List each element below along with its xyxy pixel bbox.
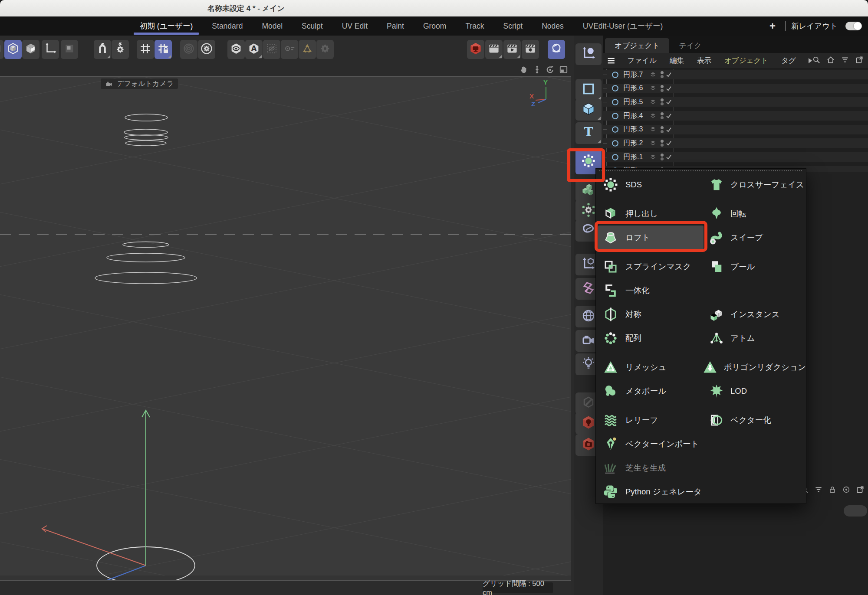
editor-visibility-dot[interactable] — [661, 126, 664, 129]
rotate-orbit-icon[interactable] — [545, 65, 556, 75]
enable-check-icon[interactable] — [665, 126, 672, 133]
quantize-grid-lock-button[interactable] — [155, 40, 172, 59]
enable-check-icon[interactable] — [665, 112, 672, 119]
menu-item-lathe[interactable]: 回転 — [709, 202, 806, 226]
filter-icon[interactable] — [841, 56, 849, 66]
menu-item-symmetry[interactable]: 対称 — [598, 302, 704, 326]
viewport-3d[interactable]: デフォルトカメラ Y X Z — [0, 76, 571, 580]
editor-visibility-dot[interactable] — [661, 98, 664, 101]
layout-tab-track[interactable]: Track — [456, 16, 493, 36]
render-clapper-button[interactable] — [485, 40, 503, 59]
visibility-dots[interactable] — [661, 98, 664, 105]
enable-check-icon[interactable] — [665, 98, 672, 105]
gear-plain-button[interactable] — [316, 40, 334, 59]
menu-item-metaball[interactable]: メタボール — [598, 379, 704, 403]
motext-t-palette-button[interactable]: T — [575, 122, 602, 144]
layout-tab-groom[interactable]: Groom — [414, 16, 456, 36]
object-row-円形.1[interactable]: 円形.1 — [603, 152, 868, 162]
modeling-settings-gear-button[interactable] — [198, 40, 215, 59]
editor-visibility-dot[interactable] — [661, 112, 664, 115]
menu-item-python[interactable]: Python ジェネレータ — [598, 480, 704, 503]
visibility-dots[interactable] — [661, 71, 664, 78]
render-visibility-dot[interactable] — [661, 102, 664, 105]
layers-stack-icon[interactable] — [649, 154, 657, 161]
layout-lock-toggle[interactable] — [845, 22, 862, 30]
om-menu-編集[interactable]: 編集 — [663, 56, 690, 65]
new-layout-button[interactable]: 新レイアウト — [791, 21, 838, 31]
pop-out-icon[interactable] — [855, 56, 864, 66]
render-visibility-dot[interactable] — [661, 75, 664, 78]
move-axis-ball-palette-button[interactable] — [575, 43, 602, 65]
clipped-button[interactable] — [0, 40, 3, 59]
hex-eye-button[interactable] — [227, 40, 245, 59]
eye-filter-lines-button[interactable] — [281, 40, 298, 59]
object-list[interactable]: 円形.7 円形.6 円形.5 円形.4 円形.3 円形.2 円形.1 円形 — [603, 69, 868, 172]
panel-tab-takes[interactable]: テイク — [669, 38, 711, 53]
menu-item-sweep[interactable]: スイープ — [709, 226, 806, 249]
object-row-円形.7[interactable]: 円形.7 — [603, 70, 868, 79]
recycle-arrows-button[interactable] — [299, 40, 316, 59]
spline-rect-palette-button[interactable] — [575, 79, 602, 101]
layers-stack-icon[interactable] — [649, 126, 657, 133]
menu-item-vector-import[interactable]: ベクターインポート — [598, 432, 704, 456]
menu-item-connect[interactable]: 一体化 — [598, 278, 704, 302]
enable-check-icon[interactable] — [665, 140, 672, 147]
object-row-円形.5[interactable]: 円形.5 — [603, 97, 868, 107]
enable-check-icon[interactable] — [665, 154, 672, 160]
primitive-cube-palette-button[interactable] — [575, 99, 602, 121]
render-visibility-dot[interactable] — [661, 144, 664, 147]
menu-item-polygon-reduction[interactable]: ポリゴンリダクション — [702, 355, 806, 379]
menu-item-remesh[interactable]: リメッシュ — [598, 355, 697, 379]
window-titlebar[interactable]: 名称未設定 4 * - メイン — [0, 0, 868, 17]
editor-visibility-dot[interactable] — [661, 140, 664, 143]
workplane-square-button[interactable] — [61, 40, 78, 59]
enable-check-icon[interactable] — [665, 85, 672, 92]
object-row-円形.4[interactable]: 円形.4 — [603, 111, 868, 121]
target-icon[interactable] — [842, 485, 851, 496]
hamburger-icon[interactable] — [607, 56, 615, 66]
om-menu-タグ[interactable]: タグ — [775, 56, 802, 65]
pop-out-icon[interactable] — [856, 485, 865, 496]
om-menu-ファイル[interactable]: ファイル — [621, 56, 663, 65]
hidden-select-dots-button[interactable] — [263, 40, 280, 59]
visibility-dots[interactable] — [661, 112, 664, 119]
layout-tab-uvedit-user-[interactable]: UVEdit-User (ユーザー) — [573, 16, 673, 36]
layout-tab-sculpt[interactable]: Sculpt — [292, 16, 332, 36]
menu-item-lod[interactable]: LOD — [709, 379, 806, 403]
layout-tab-model[interactable]: Model — [252, 16, 292, 36]
enable-check-icon[interactable] — [665, 71, 672, 78]
layout-tab-paint[interactable]: Paint — [377, 16, 414, 36]
layout-tab-standard[interactable]: Standard — [202, 16, 252, 36]
render-view-button[interactable] — [467, 40, 484, 59]
visibility-dots[interactable] — [661, 154, 664, 160]
home-icon[interactable] — [826, 56, 835, 66]
menu-item-sds[interactable]: SDS — [598, 173, 704, 196]
menu-item-instance[interactable]: インスタンス — [709, 302, 806, 326]
visibility-dots[interactable] — [661, 85, 664, 92]
menu-item-boolean[interactable]: ブール — [709, 255, 806, 278]
object-row-円形.6[interactable]: 円形.6 — [603, 84, 868, 93]
layout-tab-script[interactable]: Script — [494, 16, 533, 36]
snap-settings-gear-button[interactable] — [112, 40, 129, 59]
object-row-円形.3[interactable]: 円形.3 — [603, 125, 868, 134]
quantize-grid-button[interactable] — [137, 40, 154, 59]
render-visibility-dot[interactable] — [661, 116, 664, 119]
menu-item-vectorize[interactable]: ベクター化 — [709, 408, 806, 432]
editor-visibility-dot[interactable] — [661, 71, 664, 74]
cube-split-button[interactable] — [22, 40, 39, 59]
menu-item-spline-mask[interactable]: スプラインマスク — [598, 255, 704, 278]
concentric-rings-button[interactable] — [180, 40, 197, 59]
layers-stack-icon[interactable] — [649, 71, 657, 78]
menu-item-cloth-surface[interactable]: クロスサーフェイス — [709, 173, 806, 196]
visibility-dots[interactable] — [661, 140, 664, 147]
lock-icon[interactable] — [828, 485, 837, 496]
layout-tab-nodes[interactable]: Nodes — [532, 16, 573, 36]
camera-label[interactable]: デフォルトカメラ — [101, 78, 178, 89]
editor-visibility-dot[interactable] — [661, 85, 664, 88]
render-settings-clapper-button[interactable] — [522, 40, 539, 59]
menu-tearoff-strip[interactable] — [599, 170, 802, 171]
attribute-pill-button[interactable] — [844, 505, 867, 517]
search-icon[interactable] — [812, 56, 821, 66]
zoom-updown-icon[interactable] — [532, 65, 542, 75]
layers-stack-icon[interactable] — [649, 140, 657, 147]
